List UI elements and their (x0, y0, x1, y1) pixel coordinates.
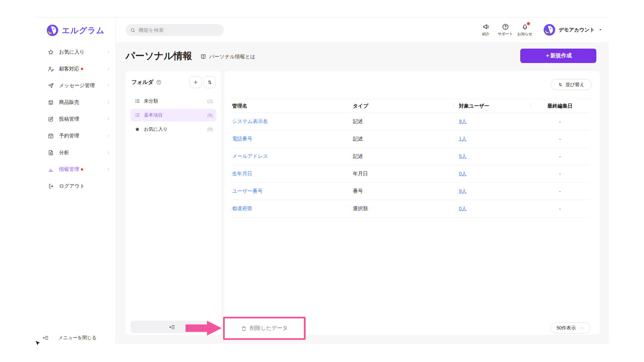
sidebar-nav: お気に入り 顧客対応 メッセージ管理 商品販売 投稿管理 (35, 44, 115, 194)
sidebar-item-label: 顧客対応 (59, 66, 79, 72)
last-edited-date: - (531, 188, 589, 194)
referral-label: 紹介 (482, 32, 490, 37)
chevron-right-icon (106, 66, 111, 71)
star-filled-icon (135, 126, 140, 132)
notification-dot (81, 168, 83, 171)
target-users-link[interactable]: 9人 (459, 188, 467, 194)
column-header-last-edited: 最終編集日 (531, 103, 589, 109)
notification-badge (527, 22, 530, 25)
sidebar-item-favorites[interactable]: お気に入り (35, 44, 115, 60)
page-size-select[interactable]: 50件表示 (550, 322, 590, 334)
target-users-link[interactable]: 0人 (459, 171, 467, 176)
folder-item-basic[interactable]: 基本項目 (6) (130, 109, 216, 121)
target-users-link[interactable]: 0人 (459, 205, 467, 211)
create-new-button[interactable]: ＋新規作成 (520, 49, 596, 63)
sidebar-item-logout[interactable]: ログアウト (35, 178, 115, 194)
item-name-link[interactable]: 生年月日 (232, 171, 252, 176)
item-name-link[interactable]: システム表示名 (232, 118, 268, 124)
item-type: 記述 (353, 136, 453, 142)
topbar-right: 紹介 サポート お知らせ (476, 17, 603, 42)
search-icon (130, 27, 136, 33)
notification-dot (81, 68, 83, 70)
sidebar-item-label: 分析 (59, 149, 69, 156)
sidebar-item-analytics[interactable]: 分析 (35, 144, 115, 161)
sidebar: エルグラム お気に入り 顧客対応 メッセージ管理 商品販売 (35, 17, 116, 344)
app-window: エルグラム お気に入り 顧客対応 メッセージ管理 商品販売 (35, 17, 609, 344)
folder-item-favorites[interactable]: お気に入り (0) (130, 123, 216, 135)
bar-chart-icon (48, 166, 54, 173)
annotation-arrow (185, 324, 209, 332)
deleted-data-button[interactable]: 削除したデータ (241, 325, 288, 332)
folder-item-label: 基本項目 (144, 112, 163, 118)
account-menu[interactable]: デモアカウント (543, 24, 603, 36)
target-users-link[interactable]: 5人 (459, 153, 467, 159)
last-edited-date: - (531, 119, 589, 124)
data-table-card: 並び替え 管理名 タイプ 対象ユーザー 最終編集日 システム表示名 記述 9人 … (224, 71, 600, 335)
column-header-type: タイプ (353, 103, 453, 109)
edit-icon (48, 116, 54, 122)
chevron-right-icon (106, 167, 111, 172)
page-title: パーソナル情報 (125, 50, 192, 62)
sort-table-button[interactable]: 並び替え (550, 79, 592, 90)
content: パーソナル情報 パーソナル情報とは ＋新規作成 フォルダ 未分 (116, 42, 609, 344)
close-menu-button[interactable]: メニューを閉じる (42, 335, 97, 341)
sidebar-item-reservation-management[interactable]: 予約管理 (35, 127, 115, 144)
topbar: 紹介 サポート お知らせ (116, 17, 609, 42)
table-row: ユーザー番号 番号 9人 - (232, 183, 589, 200)
sidebar-item-message-management[interactable]: メッセージ管理 (35, 77, 115, 94)
target-users-link[interactable]: 9人 (459, 118, 467, 124)
support-button[interactable]: サポート (496, 23, 515, 37)
folder-title: フォルダ (131, 79, 154, 86)
add-folder-button[interactable] (190, 76, 202, 88)
list-icon (135, 98, 140, 104)
main-area: 紹介 サポート お知らせ (116, 17, 609, 344)
item-type: 記述 (353, 118, 453, 125)
folder-panel: フォルダ 未分類 (1) 基本項目 (6) (125, 71, 221, 335)
item-type: 記述 (353, 153, 453, 160)
avatar (543, 24, 555, 36)
sidebar-item-label: 投稿管理 (59, 116, 79, 122)
sort-arrows-icon (207, 79, 213, 85)
shop-icon (48, 99, 54, 106)
book-icon (200, 53, 207, 60)
last-edited-date: - (531, 206, 589, 212)
sidebar-item-post-management[interactable]: 投稿管理 (35, 111, 115, 127)
doc-link[interactable]: パーソナル情報とは (200, 53, 255, 60)
support-label: サポート (498, 32, 513, 37)
item-type: 番号 (353, 188, 453, 194)
sidebar-item-information-management[interactable]: 情報管理 (35, 161, 115, 178)
megaphone-icon (482, 23, 490, 31)
send-icon (48, 82, 54, 89)
sidebar-item-label: 商品販売 (59, 99, 79, 106)
question-circle-icon (502, 23, 509, 31)
table-row: 生年月日 年月日 0人 - (232, 165, 589, 183)
collapse-panel-icon (169, 324, 175, 330)
chevron-right-icon (106, 150, 111, 155)
item-name-link[interactable]: メールアドレス (232, 153, 268, 159)
sort-folders-button[interactable] (204, 76, 216, 88)
chevron-down-icon (580, 326, 584, 330)
page-size-label: 50件表示 (556, 325, 576, 331)
brand-logo-icon (46, 24, 59, 37)
folder-item-count: (6) (207, 113, 213, 118)
notifications-button[interactable]: お知らせ (515, 23, 535, 37)
notifications-label: お知らせ (517, 32, 532, 37)
folder-item-uncategorized[interactable]: 未分類 (1) (130, 95, 216, 107)
trash-icon (241, 325, 247, 331)
deleted-data-label: 削除したデータ (250, 325, 288, 332)
referral-button[interactable]: 紹介 (476, 23, 496, 37)
mouse-cursor (36, 341, 40, 346)
calendar-check-icon (48, 133, 54, 139)
help-icon[interactable] (156, 79, 162, 85)
item-name-link[interactable]: 電話番号 (232, 136, 252, 141)
sidebar-item-product-sales[interactable]: 商品販売 (35, 94, 115, 111)
target-users-link[interactable]: 1人 (459, 136, 467, 141)
search-input[interactable] (139, 27, 219, 33)
sidebar-item-customer-support[interactable]: 顧客対応 (35, 60, 115, 77)
brand-logo[interactable]: エルグラム (46, 24, 105, 37)
search-box[interactable] (125, 24, 224, 36)
item-name-link[interactable]: ユーザー番号 (232, 188, 263, 194)
item-type: 年月日 (353, 171, 453, 177)
item-name-link[interactable]: 都道府県 (232, 205, 252, 211)
sidebar-item-label: ログアウト (59, 183, 85, 189)
